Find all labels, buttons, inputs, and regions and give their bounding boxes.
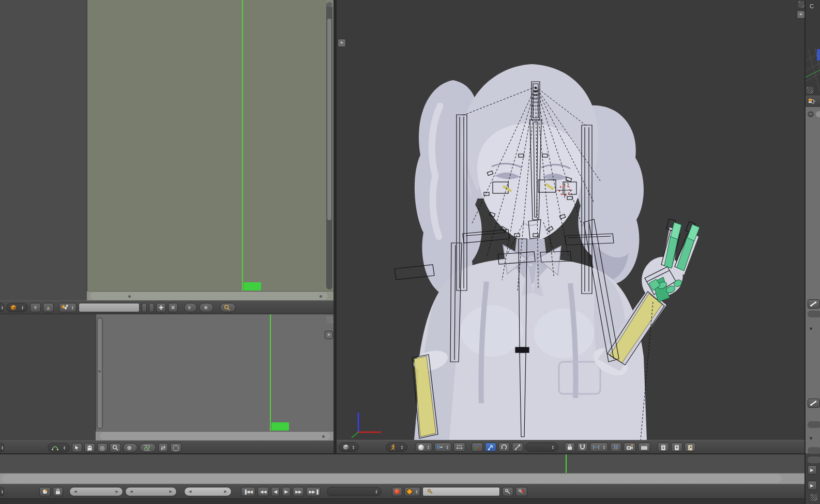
resize-corner[interactable]: [807, 87, 813, 94]
next-keyframe-button[interactable]: ▶▶: [293, 487, 304, 496]
fcurve-mode-dropdown[interactable]: ▲▼: [48, 443, 70, 452]
jump-to-end-button[interactable]: ▶▶▐: [306, 487, 321, 496]
lifebuoy-button[interactable]: ◎: [97, 443, 108, 452]
slider-fragment[interactable]: [816, 111, 820, 117]
snap-toggle[interactable]: [577, 442, 588, 452]
decrement-arrow[interactable]: ◀: [130, 490, 132, 494]
lock-layers-button[interactable]: [565, 442, 575, 452]
increment-arrow[interactable]: ▶: [116, 490, 118, 494]
editor-type-dropdown[interactable]: ▲▼: [0, 443, 4, 452]
record-button[interactable]: [392, 487, 402, 496]
normalize-button[interactable]: [140, 443, 156, 452]
resize-corner[interactable]: [327, 316, 333, 323]
bone-button-fragment[interactable]: [808, 299, 820, 309]
filters-button[interactable]: ⊕: [123, 443, 138, 452]
graph-playhead[interactable]: [270, 314, 271, 431]
resize-corner[interactable]: [327, 0, 333, 7]
decrement-arrow[interactable]: ◀: [189, 490, 191, 494]
current-frame-field[interactable]: ◀ ▶: [184, 487, 232, 496]
start-frame-field[interactable]: ◀ ▶: [69, 487, 123, 496]
viewport-canvas[interactable]: [337, 0, 806, 440]
timeline-playhead[interactable]: [566, 454, 567, 473]
action-name-field[interactable]: [79, 303, 140, 312]
manipulate-centers-toggle[interactable]: [453, 442, 465, 452]
end-frame-field[interactable]: ◀ ▶: [125, 487, 177, 496]
resize-corner[interactable]: [811, 494, 817, 501]
view-frame-button[interactable]: ◯: [170, 443, 181, 452]
editor-type-dropdown[interactable]: ▲▼: [0, 487, 4, 496]
mini-3d-view[interactable]: C: [806, 0, 820, 96]
dope-playhead[interactable]: [242, 0, 243, 291]
orientation-dropdown[interactable]: ▲▼: [525, 442, 558, 452]
insert-keyframe-button[interactable]: [502, 487, 513, 496]
action-users-button[interactable]: [142, 303, 147, 312]
toolshelf-expand-button[interactable]: +: [338, 39, 346, 47]
graph-properties-expand-button[interactable]: +: [325, 331, 333, 339]
dope-vscroll-handle[interactable]: [327, 19, 331, 220]
zoom-button[interactable]: [110, 443, 121, 452]
move-up-button[interactable]: ▲: [43, 303, 54, 312]
translate-manipulator-button[interactable]: [485, 442, 496, 452]
cursor-tool-button[interactable]: [72, 443, 82, 452]
editor-type-dropdown[interactable]: ▲▼: [0, 303, 4, 312]
minus-circle-icon[interactable]: −: [808, 111, 814, 117]
graph-plot-area[interactable]: [96, 314, 333, 431]
delete-keyframe-button[interactable]: [515, 487, 527, 496]
scale-manipulator-button[interactable]: [512, 442, 523, 452]
unlink-action-button[interactable]: ✕: [168, 303, 178, 312]
opengl-render-button[interactable]: [624, 442, 636, 452]
prev-keyframe-button[interactable]: ◀◀: [257, 487, 269, 496]
shading-dropdown[interactable]: ▲▼: [416, 442, 432, 452]
sync-mode-dropdown[interactable]: ▲▼: [327, 487, 382, 496]
opengl-render-anim-button[interactable]: [638, 442, 650, 452]
pivot-dropdown[interactable]: ▲▼: [434, 442, 451, 452]
keying-type-dropdown[interactable]: ▲▼: [404, 487, 420, 496]
browse-action-button[interactable]: ▲▼: [59, 303, 77, 312]
realtime-clock-toggle[interactable]: [39, 487, 51, 496]
decrement-arrow[interactable]: ◀: [74, 490, 77, 494]
copy-pose-button[interactable]: [658, 442, 669, 452]
stash-button[interactable]: ✳: [199, 303, 214, 312]
snap-element-dropdown[interactable]: ▲▼: [590, 442, 608, 452]
field-fragment[interactable]: [808, 311, 820, 317]
snap-target-button[interactable]: [610, 442, 621, 452]
increment-arrow[interactable]: ▶: [170, 490, 172, 494]
dope-mode-dropdown[interactable]: ▲▼: [6, 303, 28, 312]
panel-triangle-icon[interactable]: ▼: [809, 436, 813, 441]
viewport-3d-area[interactable]: + + ▲▼ ▲▼ ▲▼ ▲▼ ▲▼ ▲▼: [335, 0, 806, 453]
auto-normalize-button[interactable]: ⇄: [158, 443, 168, 452]
manipulator-toggle[interactable]: [472, 442, 483, 452]
field-fragment[interactable]: [808, 421, 820, 428]
timeline-ruler[interactable]: [0, 473, 804, 484]
editor-type-dropdown[interactable]: ▲▼: [339, 442, 359, 452]
lock-range-toggle[interactable]: [53, 487, 63, 496]
panel-triangle-icon[interactable]: ▼: [809, 326, 813, 331]
bone-button-fragment[interactable]: [808, 399, 820, 408]
graph-vscroll-handle[interactable]: [98, 318, 102, 428]
field-fragment[interactable]: [808, 456, 820, 463]
expand-row-button[interactable]: ▶: [808, 465, 817, 475]
push-down-button[interactable]: »: [184, 303, 197, 312]
play-button[interactable]: ▶: [282, 487, 291, 496]
move-down-button[interactable]: ▼: [30, 303, 41, 312]
graph-ruler[interactable]: [96, 431, 333, 441]
ghost-curves-button[interactable]: [84, 443, 95, 452]
fake-user-button[interactable]: [149, 303, 154, 312]
rotate-manipulator-button[interactable]: [498, 442, 510, 452]
play-reverse-button[interactable]: ◀: [271, 487, 280, 496]
paste-pose-button[interactable]: [671, 442, 682, 452]
field-fragment[interactable]: [808, 447, 820, 454]
jump-to-start-button[interactable]: ▐◀◀: [241, 487, 255, 496]
summary-toggle[interactable]: [220, 303, 236, 312]
expand-row-button[interactable]: ▶: [808, 481, 817, 490]
dope-ruler[interactable]: [87, 291, 333, 301]
properties-expand-button[interactable]: +: [797, 10, 805, 19]
keying-set-field[interactable]: [422, 487, 500, 496]
properties-editor-icon[interactable]: [808, 98, 816, 105]
timeline-strip[interactable]: [0, 454, 804, 473]
new-action-button[interactable]: ✚: [156, 303, 166, 312]
paste-flipped-pose-button[interactable]: [685, 442, 696, 452]
scroll-grip[interactable]: [98, 370, 101, 373]
dope-sheet-key-area[interactable]: [87, 0, 333, 291]
mode-dropdown[interactable]: ▲▼: [386, 442, 407, 452]
